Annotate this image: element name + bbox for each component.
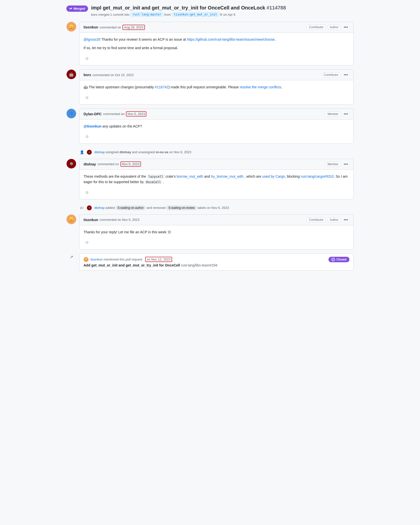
event-text: dtolnay assigned dtolnay and unassigned … [94, 150, 191, 154]
label-icon: 🏷 [79, 205, 84, 210]
mention-card: 👱 tisonkun mentioned this pull request o… [79, 254, 354, 270]
comment-body: Thanks for your reply! Let me file an AC… [80, 225, 353, 249]
cargo-link[interactable]: used by Cargo [262, 174, 285, 178]
comment-author[interactable]: tisonkun [84, 25, 98, 29]
avatar: 👱 [66, 22, 76, 32]
more-options-button[interactable]: ••• [342, 72, 349, 78]
comment-date: Nov 5, 2023 [126, 111, 146, 117]
mention-block: ↗ 👱 tisonkun mentioned this pull request… [66, 254, 354, 270]
avatar: 🌀 [66, 109, 76, 119]
contributor-badge: Contributor [307, 25, 326, 30]
comment-body: @tgross35 Thanks for your review! It see… [80, 33, 353, 65]
pr-number: #114788 [267, 5, 286, 10]
contributor-badge: Contributor [307, 217, 326, 222]
page-wrapper: ⇌ Merged impl get_mut_or_init and get_mu… [60, 0, 360, 279]
comment-block: 👱 tisonkun commented on Aug 29, 2023 Con… [66, 22, 354, 65]
comment-body: These methods are the equivalent of the … [80, 170, 353, 199]
pr-title: impl get_mut_or_init and get_mut_or_try_… [91, 5, 354, 11]
member-badge: Member [325, 162, 341, 167]
comment-action: commented on [98, 162, 119, 166]
label-event-row: 🏷 d dtolnay added S-waiting-on-author an… [79, 203, 354, 212]
comment-body: @tisonkun any updates on the ACP? ☺ [80, 120, 353, 143]
comment-block: 🌀 Dylan-DPC commented on Nov 5, 2023 Mem… [66, 109, 354, 144]
copy-icon[interactable]: ⧉ [220, 13, 222, 16]
head-branch[interactable]: tisonkun:get_mut_or_init [172, 12, 219, 17]
closed-check-icon: ✓ [331, 258, 335, 261]
comment-header: dtolnay commented on Nov 6, 2023 Member … [80, 159, 353, 170]
avatar: ⚙️ [66, 159, 76, 169]
more-options-button[interactable]: ••• [342, 161, 349, 167]
comment-date: Aug 29, 2023 [122, 25, 145, 30]
closed-button[interactable]: ✓ Closed [328, 257, 349, 262]
more-options-button[interactable]: ••• [342, 217, 349, 223]
comment-action: commented on Nov 6, 2023 [100, 218, 139, 222]
mention-author-link[interactable]: tisonkun [91, 258, 103, 261]
mention-link[interactable]: @tisonkun [84, 124, 102, 128]
closed-label: Closed [336, 258, 346, 261]
cargo-issue-link[interactable]: rust-lang/cargo#9310 [301, 174, 334, 178]
member-badge: Member [325, 112, 341, 117]
event-author-link[interactable]: dtolnay [94, 206, 105, 210]
mention-title: Add get_mut_or_init and get_mut_or_try_i… [84, 263, 349, 267]
event-row: 👤 d dtolnay assigned dtolnay and unassig… [79, 148, 354, 157]
event-author-link[interactable]: dtolnay [94, 150, 105, 154]
comment-author[interactable]: Dylan-DPC [84, 112, 102, 116]
merged-badge: ⇌ Merged [66, 5, 88, 12]
comment-card: Dylan-DPC commented on Nov 5, 2023 Membe… [79, 109, 354, 144]
pr-meta: bors merged 1 commit into rust-lang:mast… [91, 12, 354, 17]
assign-icon: 👤 [79, 150, 84, 155]
emoji-reaction-button[interactable]: ☺ [84, 240, 91, 245]
comment-block: ⚙️ dtolnay commented on Nov 6, 2023 Memb… [66, 159, 354, 199]
borrow-link[interactable]: borrow_mut_with [177, 174, 203, 178]
comment-card: tisonkun commented on Nov 6, 2023 Contri… [79, 214, 354, 250]
emoji-reaction-button[interactable]: ☺ [84, 95, 91, 100]
mention-avatar: 👱 [84, 257, 89, 262]
contributor-badge: Contributor [321, 72, 341, 77]
comment-header: Dylan-DPC commented on Nov 5, 2023 Membe… [80, 109, 353, 120]
label-event-text: dtolnay added S-waiting-on-author and re… [94, 206, 229, 210]
removed-label: S-waiting-on-review [166, 206, 197, 210]
emoji-reaction-button[interactable]: ☺ [84, 190, 91, 195]
comment-date: Nov 6, 2023 [120, 161, 141, 167]
resolve-link[interactable]: resolve the merge conflicts [240, 85, 281, 89]
more-options-button[interactable]: ••• [342, 24, 349, 30]
author-badge: Author [327, 25, 341, 30]
comment-card: tisonkun commented on Aug 29, 2023 Contr… [79, 22, 354, 65]
comment-body: 🤖 The latest upstream changes (presumabl… [80, 80, 353, 104]
acp-link[interactable]: https://github.com/rust-lang/libs-team/i… [187, 37, 275, 41]
pr-header: ⇌ Merged impl get_mut_or_init and get_mu… [66, 5, 354, 17]
author-badge: Author [327, 217, 341, 222]
comment-block: 🤖 bors commented on Oct 15, 2023 Contrib… [66, 69, 354, 105]
comment-header: bors commented on Oct 15, 2023 Contribut… [80, 70, 353, 80]
added-label: S-waiting-on-author [115, 206, 146, 210]
comment-header: tisonkun commented on Aug 29, 2023 Contr… [80, 22, 353, 33]
comment-block: 👱 tisonkun commented on Nov 6, 2023 Cont… [66, 214, 354, 250]
comment-author[interactable]: tisonkun [84, 218, 98, 222]
comment-action: commented on Oct 15, 2023 [93, 73, 133, 77]
comment-card: dtolnay commented on Nov 6, 2023 Member … [79, 159, 354, 199]
mention-link[interactable]: @tgross35 [84, 37, 101, 41]
comment-card: bors commented on Oct 15, 2023 Contribut… [79, 69, 354, 105]
comment-author[interactable]: bors [84, 73, 91, 77]
try-borrow-link[interactable]: try_borrow_mut_with [211, 174, 243, 178]
mention-arrow-icon: ↗ [70, 255, 73, 259]
comment-action: commented on [103, 112, 124, 116]
pr-link[interactable]: #116742 [155, 85, 169, 89]
comments-section: 👱 tisonkun commented on Aug 29, 2023 Con… [66, 22, 354, 274]
base-branch[interactable]: rust-lang:master [130, 12, 163, 17]
pr-title-area: impl get_mut_or_init and get_mut_or_try_… [91, 5, 354, 17]
comment-header: tisonkun commented on Nov 6, 2023 Contri… [80, 215, 353, 225]
comment-author[interactable]: dtolnay [84, 162, 96, 166]
avatar: 🤖 [66, 69, 76, 79]
more-options-button[interactable]: ••• [342, 111, 349, 117]
emoji-reaction-button[interactable]: ☺ [84, 134, 91, 139]
merged-label: Merged [74, 7, 85, 10]
comment-action: commented on [100, 25, 121, 29]
emoji-reaction-button[interactable]: ☺ [84, 56, 91, 61]
mention-date: on Nov 12, 2023 [145, 257, 172, 262]
avatar: 👱 [66, 214, 76, 224]
merge-icon: ⇌ [69, 7, 72, 10]
